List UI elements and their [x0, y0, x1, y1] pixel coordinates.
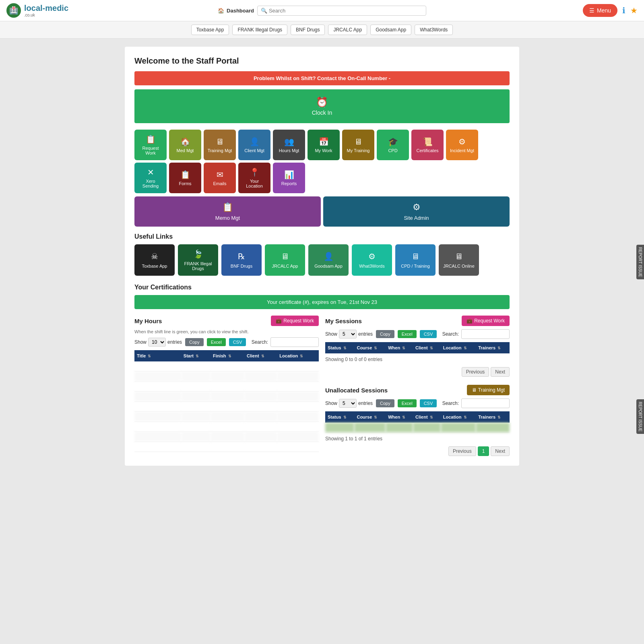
us-col-trainers[interactable]: Trainers ⇅	[476, 411, 510, 423]
us-col-status[interactable]: Status ⇅	[325, 411, 354, 423]
my-hours-excel-button[interactable]: Excel	[207, 338, 226, 346]
ms-col-trainers[interactable]: Trainers ⇅	[476, 342, 510, 353]
logo-sub: .co.uk	[24, 13, 68, 17]
table-row	[134, 382, 319, 392]
col-start[interactable]: Start ⇅	[181, 350, 211, 361]
ms-col-course[interactable]: Course ⇅	[354, 342, 386, 353]
us-col-course[interactable]: Course ⇅	[354, 411, 386, 423]
training-mgt-label: Training Mgt	[478, 387, 505, 393]
btn-cpd[interactable]: 🎓 CPD	[377, 130, 409, 160]
quick-link-goodsam[interactable]: Goodsam App	[370, 25, 411, 35]
btn-xero-sending[interactable]: ✕ Xero Sending	[134, 163, 167, 193]
my-sessions-search-input[interactable]	[461, 329, 510, 339]
toxbase-icon: ☠	[151, 252, 158, 261]
ul-frank[interactable]: 🍃 FRANK Illegal Drugs	[178, 244, 218, 276]
btn-request-work[interactable]: 📋 Request Work	[134, 130, 167, 160]
ul-goodsam[interactable]: 👤 Goodsam App	[308, 244, 349, 276]
star-icon[interactable]: ★	[630, 6, 638, 15]
btn-memo-mgt-label: Memo Mgt	[215, 215, 240, 221]
ms-col-client[interactable]: Client ⇅	[413, 342, 441, 353]
ms-col-location[interactable]: Location ⇅	[441, 342, 476, 353]
btn-certificates-label: Certificates	[416, 148, 438, 153]
my-sessions-copy-button[interactable]: Copy	[376, 330, 394, 338]
us-col-location[interactable]: Location ⇅	[441, 411, 476, 423]
btn-emails[interactable]: ✉ Emails	[204, 163, 236, 193]
alert-text: Contact the On-Call Number -	[317, 75, 390, 81]
col-location[interactable]: Location ⇅	[277, 350, 319, 361]
quick-link-jrcalc[interactable]: JRCALC App	[328, 25, 367, 35]
my-sessions-entries-select[interactable]: 5 10	[339, 330, 357, 339]
us-col-client[interactable]: Client ⇅	[413, 411, 441, 423]
col-client[interactable]: Client ⇅	[244, 350, 277, 361]
my-sessions-next-button[interactable]: Next	[491, 367, 510, 377]
ul-jrcalc-online[interactable]: 🖥 JRCALC Online	[439, 244, 479, 276]
ms-col-status[interactable]: Status ⇅	[325, 342, 354, 353]
my-sessions-csv-button[interactable]: CSV	[420, 330, 437, 338]
my-hours-copy-button[interactable]: Copy	[185, 338, 204, 346]
ul-frank-label: FRANK Illegal Drugs	[182, 261, 214, 271]
clock-in-banner[interactable]: ⏰ Clock In	[134, 89, 510, 123]
my-training-icon: 🖥	[354, 137, 362, 147]
ul-jrcalc[interactable]: 🖥 JRCALC App	[265, 244, 305, 276]
dashboard-link[interactable]: 🏠 Dashboard	[218, 8, 254, 14]
btn-forms[interactable]: 📋 Forms	[169, 163, 201, 193]
col-title[interactable]: Title ⇅	[134, 350, 181, 361]
btn-my-training[interactable]: 🖥 My Training	[342, 130, 374, 160]
unallocated-search-input[interactable]	[461, 398, 510, 408]
btn-hours-mgt[interactable]: 👥 Hours Mgt	[273, 130, 305, 160]
btn-your-location[interactable]: 📍 Your Location	[238, 163, 270, 193]
quick-link-toxbase[interactable]: Toxbase App	[191, 25, 229, 35]
btn-my-work[interactable]: 📅 My Work	[308, 130, 340, 160]
page-title: Welcome to the Staff Portal	[134, 56, 510, 66]
quick-link-bnf[interactable]: BNF Drugs	[291, 25, 325, 35]
quick-link-frank[interactable]: FRANK Illegal Drugs	[232, 25, 287, 35]
clock-in-label: Clock In	[312, 109, 332, 116]
my-sessions-prev-button[interactable]: Previous	[462, 367, 489, 377]
my-hours-controls: Show 10 25 50 entries Copy Excel CSV Sea…	[134, 337, 319, 347]
xero-sending-icon: ✕	[147, 167, 154, 177]
us-col-when[interactable]: When ⇅	[386, 411, 413, 423]
ul-cpd-training[interactable]: 🖥 CPD / Training	[395, 244, 436, 276]
btn-training-mgt[interactable]: 🖥 Training Mgt	[204, 130, 236, 160]
col-finish[interactable]: Finish ⇅	[211, 350, 244, 361]
ul-what3words[interactable]: ⚙ What3Words	[352, 244, 392, 276]
quick-link-what3words[interactable]: What3Words	[415, 25, 453, 35]
unallocated-excel-button[interactable]: Excel	[398, 399, 417, 407]
btn-certificates[interactable]: 📜 Certificates	[411, 130, 444, 160]
ul-goodsam-label: Goodsam App	[314, 264, 343, 268]
btn-site-admin[interactable]: ⚙ Site Admin	[323, 196, 510, 227]
my-hours-csv-button[interactable]: CSV	[229, 338, 246, 346]
btn-my-work-label: My Work	[315, 148, 332, 153]
btn-incident-mgt[interactable]: ⚙ Incident Mgt	[446, 130, 478, 160]
report-issue-tab-top[interactable]: REPORT ISSUE	[636, 245, 644, 279]
ul-what3words-label: What3Words	[359, 264, 384, 268]
my-hours-request-work-button[interactable]: 💼 Request Work	[271, 316, 319, 326]
us-search-label: Search:	[442, 400, 459, 406]
unallocated-next-button[interactable]: Next	[491, 446, 510, 456]
report-issue-tab-bottom[interactable]: REPORT ISSUE	[636, 399, 644, 434]
ul-jrcalc-label: JRCALC App	[272, 264, 298, 268]
btn-site-admin-label: Site Admin	[404, 215, 429, 221]
info-icon[interactable]: ℹ	[622, 6, 625, 15]
my-hours-search-input[interactable]	[270, 337, 319, 347]
search-input[interactable]	[269, 8, 423, 14]
btn-med-mgt[interactable]: 🏠 Med Mgt	[169, 130, 201, 160]
ul-bnf[interactable]: ℞ BNF Drugs	[221, 244, 262, 276]
btn-client-mgt[interactable]: 👤 Client Mgt	[238, 130, 270, 160]
unallocated-prev-button[interactable]: Previous	[448, 446, 476, 456]
unallocated-csv-button[interactable]: CSV	[420, 399, 437, 407]
menu-button[interactable]: ☰ Menu	[583, 4, 617, 17]
my-hours-entries-select[interactable]: 10 25 50	[148, 338, 166, 347]
ul-toxbase[interactable]: ☠ Toxbase App	[134, 244, 175, 276]
jrcalc-icon: 🖥	[281, 252, 289, 261]
my-sessions-excel-button[interactable]: Excel	[398, 330, 417, 338]
your-location-icon: 📍	[250, 167, 260, 177]
unallocated-training-mgt-button[interactable]: 🖥 Training Mgt	[467, 385, 510, 395]
unallocated-entries-select[interactable]: 5 10	[339, 399, 357, 408]
btn-memo-mgt[interactable]: 📋 Memo Mgt	[134, 196, 321, 227]
my-sessions-request-work-button[interactable]: 💼 Request Work	[462, 316, 510, 326]
btn-reports[interactable]: 📊 Reports	[273, 163, 305, 193]
ms-col-when[interactable]: When ⇅	[386, 342, 413, 353]
unallocated-copy-button[interactable]: Copy	[376, 399, 394, 407]
unallocated-page-1-button[interactable]: 1	[478, 446, 489, 456]
